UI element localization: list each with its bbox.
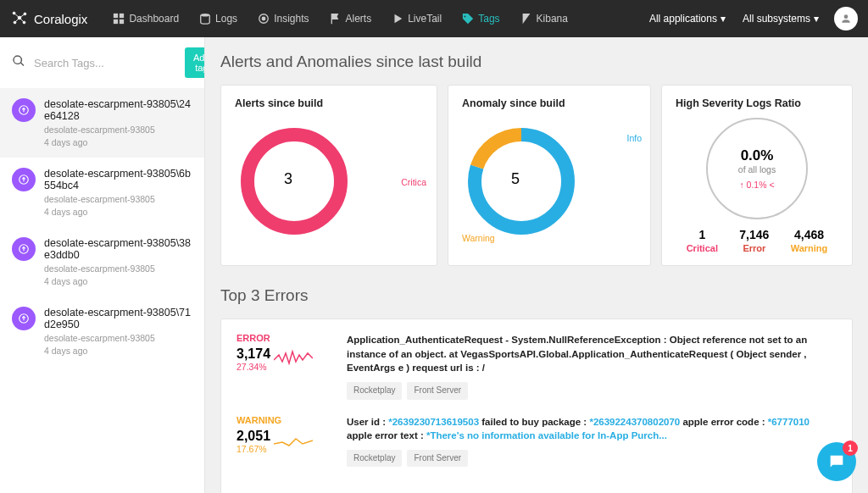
logo-icon <box>10 8 29 30</box>
grid-icon <box>113 13 125 25</box>
chevron-down-icon: ▾ <box>814 13 819 25</box>
tag-item[interactable]: desolate-escarpment-93805\71d2e950desola… <box>0 296 204 366</box>
intercom-launcher[interactable]: 1 <box>817 442 856 481</box>
tags-sidebar: Add tag desolate-escarpment-93805\24e641… <box>0 37 205 493</box>
search-icon <box>12 54 25 71</box>
nav-logs[interactable]: Logs <box>191 0 246 37</box>
chip[interactable]: Rocketplay <box>347 382 402 400</box>
svg-line-5 <box>14 13 19 18</box>
flag-icon <box>329 13 341 25</box>
chevron-down-icon: ▾ <box>721 13 726 25</box>
alerts-donut <box>235 122 353 241</box>
nav-tags[interactable]: Tags <box>453 0 508 37</box>
notification-badge: 1 <box>843 440 858 456</box>
top-nav: Coralogix DashboardLogsInsightsAlertsLiv… <box>0 0 868 37</box>
brand-logo[interactable]: Coralogix <box>10 8 87 30</box>
chip[interactable]: Front Server <box>407 450 468 468</box>
anomaly-card: Anomaly since build 5 Warning Info <box>448 85 651 266</box>
section-title: Alerts and Anomalies since last build <box>220 53 853 71</box>
nav-kibana[interactable]: Kibana <box>512 0 576 37</box>
upload-icon <box>12 168 36 191</box>
nav-items: DashboardLogsInsightsAlertsLiveTailTagsK… <box>104 0 576 37</box>
svg-line-8 <box>19 18 25 23</box>
severity-ratio-card: High Severity Logs Ratio 0.0% of all log… <box>661 85 853 266</box>
nav-dashboard[interactable]: Dashboard <box>104 0 187 37</box>
target-icon <box>258 13 270 25</box>
db-icon <box>199 13 211 25</box>
tag-icon <box>462 13 474 25</box>
error-row: WARNING2,05117.67%User id : *26392307136… <box>236 415 837 468</box>
search-tags-input[interactable] <box>34 57 176 69</box>
chip[interactable]: Front Server <box>407 382 468 400</box>
tag-item[interactable]: desolate-escarpment-93805\6b554bc4desola… <box>0 158 204 227</box>
chip[interactable]: Rocketplay <box>347 450 402 468</box>
add-tag-button[interactable]: Add tag <box>185 47 205 78</box>
nav-insights[interactable]: Insights <box>249 0 317 37</box>
anomaly-donut <box>462 122 581 241</box>
kibana-icon <box>520 13 532 25</box>
svg-point-13 <box>201 14 210 17</box>
alerts-card: Alerts since build 3 Critica <box>220 85 437 266</box>
upload-icon <box>12 237 36 261</box>
upload-icon <box>12 307 36 330</box>
svg-rect-11 <box>114 19 118 24</box>
top-errors-panel: ERROR3,17427.34%Application_Authenticate… <box>220 319 853 493</box>
brand-name: Coralogix <box>34 12 87 26</box>
svg-point-20 <box>248 135 341 228</box>
svg-line-7 <box>15 18 20 23</box>
error-row: ERROR3,17427.34%Application_Authenticate… <box>236 333 837 400</box>
ratio-ring: 0.0% of all logs ↑ 0.1% < <box>706 118 808 219</box>
tag-item[interactable]: desolate-escarpment-93805\38e3ddb0desola… <box>0 227 204 296</box>
subsystems-dropdown[interactable]: All subsystems▾ <box>734 13 827 25</box>
nav-livetail[interactable]: LiveTail <box>383 0 450 37</box>
user-avatar[interactable] <box>834 7 858 30</box>
svg-line-6 <box>19 14 25 18</box>
upload-icon <box>12 98 36 122</box>
svg-rect-10 <box>120 14 124 18</box>
applications-dropdown[interactable]: All applications▾ <box>641 13 734 25</box>
play-icon <box>392 13 403 25</box>
tag-item[interactable]: desolate-escarpment-93805\24e64128desola… <box>0 88 204 158</box>
main-content: Alerts and Anomalies since last build Al… <box>205 37 868 493</box>
nav-alerts[interactable]: Alerts <box>320 0 380 37</box>
section-title: Top 3 Errors <box>220 286 853 305</box>
svg-rect-12 <box>120 19 124 24</box>
svg-rect-9 <box>114 14 118 18</box>
svg-point-15 <box>262 17 265 20</box>
